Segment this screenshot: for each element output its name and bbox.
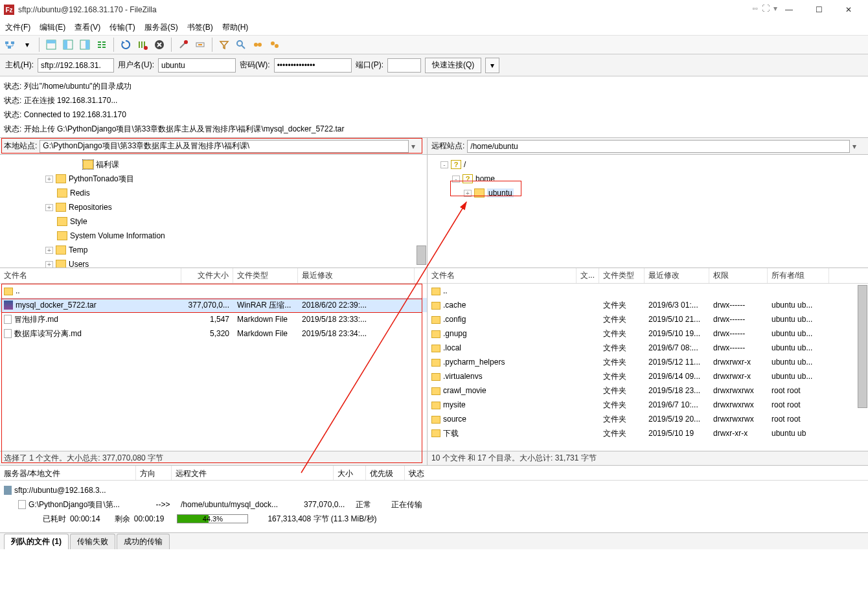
window-title: sftp://ubuntu@192.168.31.170 - FileZilla [18,5,780,14]
expand-icon[interactable]: + [45,176,53,183]
reconnect-icon[interactable] [192,37,208,52]
tree-item[interactable]: 福利课 [0,157,427,172]
menu-help[interactable]: 帮助(H) [222,22,249,33]
local-path-input[interactable] [40,140,409,153]
tree-item[interactable]: +ubuntu [428,186,868,200]
tree-item[interactable]: Style [0,214,427,229]
col-size[interactable]: 大小 [334,466,366,480]
list-item[interactable]: .local文件夹2019/6/7 08:...drwx------ubuntu… [428,341,868,355]
list-item[interactable]: .. [0,284,427,298]
col-size[interactable]: 文件大小 [181,268,233,283]
filter-icon[interactable] [216,37,232,52]
remote-path-input[interactable] [467,140,850,153]
cancel-icon[interactable] [152,37,167,52]
expand-icon[interactable]: + [45,204,53,211]
local-path-dropdown[interactable]: ▾ [411,142,423,151]
menu-bookmarks[interactable]: 书签(B) [187,22,213,33]
col-owner[interactable]: 所有者/组 [768,268,829,283]
toggle-remote-icon[interactable] [77,37,93,52]
col-dir[interactable]: 方向 [136,466,172,480]
tree-label: / [464,160,466,169]
remote-tree[interactable]: -?/-?home+ubuntu [428,155,868,268]
col-remote[interactable]: 远程文件 [172,466,334,480]
tree-item[interactable]: +Repositories [0,200,427,214]
folder-icon [57,217,67,226]
user-input[interactable] [158,58,236,73]
col-size[interactable]: 文... [577,268,599,283]
col-modified[interactable]: 最近修改 [298,268,415,283]
list-item[interactable]: crawl_movie文件夹2019/5/18 23...drwxrwxrwxr… [428,383,868,398]
col-server[interactable]: 服务器/本地文件 [0,466,136,480]
menu-view[interactable]: 查看(V) [74,22,100,33]
list-item[interactable]: .config文件夹2019/5/10 21...drwx------ubunt… [428,312,868,326]
col-type[interactable]: 文件类型 [233,268,298,283]
minimize-button[interactable]: — [780,3,798,16]
expand-icon[interactable]: - [452,176,460,183]
quickconnect-button[interactable]: 快速连接(Q) [425,58,481,73]
remote-file-list[interactable]: ...cache文件夹2019/6/3 01:...drwx------ubun… [428,284,868,451]
process-queue-icon[interactable] [135,37,150,52]
toggle-local-icon[interactable] [60,37,76,52]
list-item[interactable]: 数据库读写分离.md5,320Markdown File2019/5/18 23… [0,326,427,341]
tab-failed[interactable]: 传输失败 [70,534,115,549]
local-file-list[interactable]: ..mysql_docker_5722.tar377,070,0...WinRA… [0,284,427,451]
tree-item[interactable]: +Users [0,257,427,268]
list-item[interactable]: mysql_docker_5722.tar377,070,0...WinRAR … [0,298,427,312]
list-item[interactable]: .gnupg文件夹2019/5/10 19...drwx------ubuntu… [428,326,868,341]
refresh-icon[interactable] [118,37,133,52]
tree-item[interactable]: -?home [428,172,868,186]
col-name[interactable]: 文件名 [428,268,577,283]
list-item[interactable]: source文件夹2019/5/19 20...drwxrwxrwxroot r… [428,412,868,426]
quickconnect-dropdown[interactable]: ▾ [485,58,499,73]
sync-icon[interactable] [250,37,266,52]
tree-item[interactable]: -?/ [428,157,868,172]
folder-icon [431,302,440,310]
close-button[interactable]: ✕ [839,3,858,16]
menu-edit[interactable]: 编辑(E) [40,22,65,33]
toggle-log-icon[interactable] [43,37,59,52]
col-status[interactable]: 状态 [405,466,470,480]
list-item[interactable]: 下载文件夹2019/5/10 19drwxr-xr-xubuntu ub [428,426,868,440]
expand-icon[interactable]: + [45,261,53,268]
menu-server[interactable]: 服务器(S) [144,22,178,33]
port-input[interactable] [387,58,421,73]
search-icon[interactable] [267,37,282,52]
toggle-queue-icon[interactable] [94,37,109,52]
list-item[interactable]: .cache文件夹2019/6/3 01:...drwx------ubuntu… [428,298,868,312]
scrollbar-thumb[interactable] [417,245,426,265]
compare-icon[interactable] [233,37,249,52]
menu-file[interactable]: 文件(F) [5,22,30,33]
col-modified[interactable]: 最近修改 [645,268,709,283]
col-type[interactable]: 文件类型 [599,268,645,283]
expand-icon[interactable]: - [440,161,448,168]
list-item[interactable]: .virtualenvs文件夹2019/6/14 09...drwxrwxr-x… [428,369,868,383]
tree-item[interactable]: +PythonTonado项目 [0,172,427,186]
col-name[interactable]: 文件名 [0,268,181,283]
expand-icon[interactable]: + [45,247,53,254]
tab-success[interactable]: 成功的传输 [117,534,170,549]
transfer-queue[interactable]: sftp://ubuntu@192.168.3... G:\PythonDjan… [0,481,868,532]
tree-item[interactable]: +Temp [0,243,427,257]
tab-queued[interactable]: 列队的文件 (1) [4,534,69,549]
menu-transfer[interactable]: 传输(T) [109,22,135,33]
tree-item[interactable]: Redis [0,186,427,200]
sitemanager-icon[interactable] [3,37,18,52]
list-item[interactable]: 冒泡排序.md1,547Markdown File2019/5/18 23:33… [0,312,427,326]
remote-path-dropdown[interactable]: ▾ [852,142,864,151]
expand-icon[interactable]: + [464,190,472,197]
maximize-button[interactable]: ☐ [810,3,828,16]
message-log[interactable]: 状态: 列出"/home/ubuntu"的目录成功 状态: 正在连接 192.1… [0,76,868,138]
host-input[interactable] [38,58,114,73]
col-prio[interactable]: 优先级 [366,466,405,480]
list-item[interactable]: mysite文件夹2019/6/7 10:...drwxrwxrwxroot r… [428,398,868,412]
list-item[interactable]: .pycharm_helpers文件夹2019/5/12 11...drwxrw… [428,355,868,369]
scrollbar-thumb[interactable] [858,285,867,408]
file-name: .. [16,286,20,295]
tree-item[interactable]: System Volume Information [0,229,427,243]
col-perm[interactable]: 权限 [709,268,768,283]
pass-input[interactable] [274,58,352,73]
list-item[interactable]: .. [428,284,868,298]
local-tree[interactable]: 福利课+PythonTonado项目Redis+RepositoriesStyl… [0,155,427,268]
dropdown-icon[interactable]: ▾ [19,37,35,52]
disconnect-icon[interactable] [176,37,191,52]
